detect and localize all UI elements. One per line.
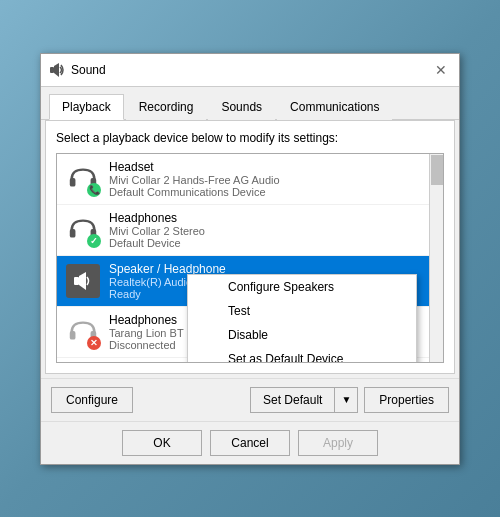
device-model-headphones: Mivi Collar 2 Stereo [109, 225, 435, 237]
title-bar: Sound ✕ [41, 54, 459, 87]
device-status-headset: Default Communications Device [109, 186, 435, 198]
sound-icon [49, 62, 65, 78]
device-info-headset: Headset Mivi Collar 2 Hands-Free AG Audi… [109, 160, 435, 198]
description-text: Select a playback device below to modify… [56, 131, 444, 145]
tab-playback[interactable]: Playback [49, 94, 124, 120]
tab-sounds[interactable]: Sounds [208, 94, 275, 120]
svg-rect-0 [50, 67, 54, 73]
apply-button[interactable]: Apply [298, 430, 378, 456]
set-default-arrow[interactable]: ▼ [335, 388, 357, 412]
speaker-icon-container [65, 263, 101, 299]
svg-marker-7 [79, 272, 86, 290]
bottom-bar: Configure Set Default ▼ Properties [41, 378, 459, 421]
headset-icon: 📞 [65, 161, 101, 197]
svg-marker-1 [54, 63, 59, 77]
speaker-icon [66, 264, 100, 298]
device-list[interactable]: 📞 Headset Mivi Collar 2 Hands-Free AG Au… [56, 153, 444, 363]
svg-rect-2 [70, 178, 76, 187]
ctx-set-default[interactable]: Set as Default Device [188, 347, 416, 363]
device-model-headset: Mivi Collar 2 Hands-Free AG Audio [109, 174, 435, 186]
context-menu: Configure Speakers Test Disable Set as D… [187, 274, 417, 363]
headphones-disc-icon: ✕ [65, 314, 101, 350]
svg-rect-4 [70, 229, 76, 238]
device-item-headset[interactable]: 📞 Headset Mivi Collar 2 Hands-Free AG Au… [57, 154, 443, 205]
configure-button[interactable]: Configure [51, 387, 133, 413]
ok-cancel-bar: OK Cancel Apply [41, 421, 459, 464]
device-name-headset: Headset [109, 160, 435, 174]
ok-button[interactable]: OK [122, 430, 202, 456]
device-name-headphones: Headphones [109, 211, 435, 225]
device-status-headphones: Default Device [109, 237, 435, 249]
ctx-disable[interactable]: Disable [188, 323, 416, 347]
check-badge: ✓ [87, 234, 101, 248]
set-default-split[interactable]: Set Default ▼ [250, 387, 358, 413]
phone-badge: 📞 [87, 183, 101, 197]
tab-bar: Playback Recording Sounds Communications [41, 87, 459, 120]
tab-recording[interactable]: Recording [126, 94, 207, 120]
ctx-configure-speakers[interactable]: Configure Speakers [188, 275, 416, 299]
set-default-button[interactable]: Set Default [251, 388, 335, 412]
cancel-button[interactable]: Cancel [210, 430, 290, 456]
svg-rect-6 [74, 277, 79, 285]
window-title: Sound [71, 63, 431, 77]
properties-button[interactable]: Properties [364, 387, 449, 413]
main-content: Select a playback device below to modify… [45, 120, 455, 374]
scrollbar-thumb[interactable] [431, 155, 443, 185]
device-item-headphones-default[interactable]: ✓ Headphones Mivi Collar 2 Stereo Defaul… [57, 205, 443, 256]
disconnect-badge: ✕ [87, 336, 101, 350]
scrollbar-track[interactable] [429, 154, 443, 362]
close-button[interactable]: ✕ [431, 60, 451, 80]
ctx-test[interactable]: Test [188, 299, 416, 323]
device-info-headphones: Headphones Mivi Collar 2 Stereo Default … [109, 211, 435, 249]
tab-communications[interactable]: Communications [277, 94, 392, 120]
headphones-default-icon: ✓ [65, 212, 101, 248]
sound-dialog: Sound ✕ Playback Recording Sounds Commun… [40, 53, 460, 465]
svg-rect-8 [70, 331, 76, 340]
